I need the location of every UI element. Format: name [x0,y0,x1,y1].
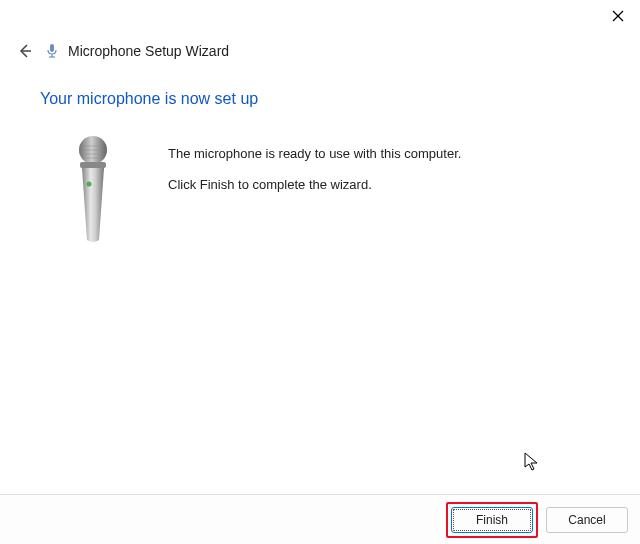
body-line-2: Click Finish to complete the wizard. [168,177,461,192]
close-button[interactable] [608,6,628,26]
cancel-button[interactable]: Cancel [546,507,628,533]
back-arrow-icon [17,43,33,59]
body-text: The microphone is ready to use with this… [168,136,461,208]
wizard-header: Microphone Setup Wizard [14,40,229,62]
finish-highlight-box: Finish [446,502,538,538]
wizard-footer: Finish Cancel [0,494,640,544]
content-area: Your microphone is now set up [40,90,610,246]
body-line-1: The microphone is ready to use with this… [168,146,461,161]
svg-point-12 [87,182,92,187]
close-icon [612,10,624,22]
svg-rect-11 [80,162,106,168]
microphone-small-icon [44,43,60,59]
back-button[interactable] [14,40,36,62]
page-heading: Your microphone is now set up [40,90,610,108]
wizard-title: Microphone Setup Wizard [68,43,229,59]
microphone-large-icon [68,136,118,246]
mouse-cursor-icon [524,452,540,476]
svg-rect-3 [50,44,54,52]
finish-button[interactable]: Finish [451,507,533,533]
